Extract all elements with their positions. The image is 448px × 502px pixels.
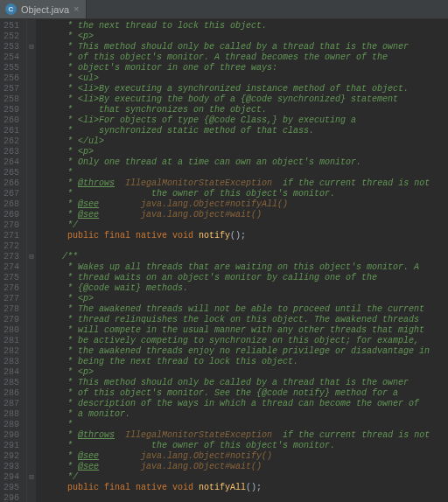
fold-marker <box>27 115 36 126</box>
code-line: * of this object's monitor. See the {@co… <box>41 388 448 399</box>
fold-marker <box>27 63 36 73</box>
line-number: 275 <box>4 273 19 283</box>
fold-marker <box>27 136 36 147</box>
code-line: * of this object's monitor. A thread bec… <box>41 52 448 63</box>
code-line: * <box>41 168 448 178</box>
line-number: 265 <box>4 168 19 178</box>
code-line: * </ul> <box>41 136 448 147</box>
code-line: * being the next thread to lock this obj… <box>41 357 448 367</box>
close-icon[interactable]: × <box>74 4 79 14</box>
line-number: 277 <box>4 294 19 304</box>
fold-marker[interactable]: ⊟ <box>27 42 36 52</box>
fold-marker <box>27 315 36 325</box>
code-line: * Wakes up all threads that are waiting … <box>41 262 448 273</box>
code-line: * object's monitor in one of three ways: <box>41 63 448 73</box>
line-number: 258 <box>4 94 19 105</box>
fold-marker <box>27 21 36 31</box>
line-number: 288 <box>4 409 19 420</box>
fold-marker <box>27 430 36 441</box>
line-number: 261 <box>4 126 19 136</box>
fold-marker <box>27 273 36 283</box>
line-number: 286 <box>4 388 19 399</box>
fold-marker <box>27 388 36 399</box>
fold-marker <box>27 346 36 357</box>
code-line: * <li>By executing the body of a {@code … <box>41 94 448 105</box>
code-line: * a monitor. <box>41 409 448 420</box>
code-line: * the next thread to lock this object. <box>41 21 448 31</box>
class-file-icon: C <box>5 3 17 15</box>
code-line: * <li>By executing a synchronized instan… <box>41 84 448 94</box>
line-number: 282 <box>4 346 19 357</box>
line-number: 295 <box>4 483 19 493</box>
code-line: * thread waits on an object's monitor by… <box>41 273 448 283</box>
line-number: 291 <box>4 441 19 451</box>
code-line: * @throws IllegalMonitorStateException i… <box>41 178 448 189</box>
editor-tabbar: C Object.java × <box>0 0 448 19</box>
fold-column: ⊟⊟⊟ <box>27 19 36 502</box>
code-line: * the owner of this object's monitor. <box>41 441 448 451</box>
fold-marker <box>27 220 36 231</box>
code-line: * <box>41 420 448 430</box>
line-number: 293 <box>4 462 19 472</box>
line-number: 253 <box>4 42 19 52</box>
fold-marker <box>27 367 36 378</box>
fold-marker[interactable]: ⊟ <box>27 252 36 262</box>
line-number: 270 <box>4 220 19 231</box>
line-number: 263 <box>4 147 19 157</box>
fold-marker <box>27 441 36 451</box>
line-number: 287 <box>4 399 19 409</box>
code-line: * <li>For objects of type {@code Class,}… <box>41 115 448 126</box>
line-number: 255 <box>4 63 19 73</box>
fold-marker <box>27 168 36 178</box>
code-line: * <p> <box>41 294 448 304</box>
code-line: * {@code wait} methods. <box>41 283 448 294</box>
code-line: * the owner of this object's monitor. <box>41 189 448 199</box>
fold-marker <box>27 105 36 115</box>
line-number: 268 <box>4 199 19 210</box>
fold-marker <box>27 462 36 472</box>
fold-marker <box>27 325 36 336</box>
code-line: * <p> <box>41 147 448 157</box>
fold-marker <box>27 31 36 42</box>
code-line: * @see java.lang.Object#notifyAll() <box>41 199 448 210</box>
line-number: 294 <box>4 472 19 483</box>
line-number: 254 <box>4 52 19 63</box>
code-line: * @see java.lang.Object#wait() <box>41 210 448 220</box>
code-line <box>41 493 448 502</box>
fold-marker[interactable]: ⊟ <box>27 472 36 483</box>
fold-marker <box>27 189 36 199</box>
code-editor[interactable]: 2512522532542552562572582592602612622632… <box>0 19 448 502</box>
code-line: * that synchronizes on the object. <box>41 105 448 115</box>
code-line: * thread relinquishes the lock on this o… <box>41 315 448 325</box>
code-line: * <ul> <box>41 73 448 84</box>
code-line <box>41 241 448 252</box>
fold-marker <box>27 399 36 409</box>
fold-marker <box>27 199 36 210</box>
code-line: * This method should only be called by a… <box>41 378 448 388</box>
line-number: 262 <box>4 136 19 147</box>
line-number: 272 <box>4 241 19 252</box>
fold-marker <box>27 294 36 304</box>
line-number: 290 <box>4 430 19 441</box>
code-line: * Only one thread at a time can own an o… <box>41 157 448 168</box>
code-line: * This method should only be called by a… <box>41 42 448 52</box>
line-number: 252 <box>4 31 19 42</box>
line-number-gutter: 2512522532542552562572582592602612622632… <box>0 19 27 502</box>
code-line: * <p> <box>41 31 448 42</box>
code-line: /** <box>41 252 448 262</box>
code-line: * The awakened threads will not be able … <box>41 304 448 315</box>
fold-marker <box>27 357 36 367</box>
code-line: */ <box>41 220 448 231</box>
line-number: 260 <box>4 115 19 126</box>
fold-marker <box>27 378 36 388</box>
code-line: * @throws IllegalMonitorStateException i… <box>41 430 448 441</box>
fold-marker <box>27 336 36 346</box>
line-number: 259 <box>4 105 19 115</box>
fold-marker <box>27 283 36 294</box>
code-area[interactable]: * the next thread to lock this object. *… <box>36 19 448 502</box>
code-line: */ <box>41 472 448 483</box>
file-tab[interactable]: C Object.java × <box>0 0 87 18</box>
fold-marker <box>27 157 36 168</box>
fold-marker <box>27 241 36 252</box>
line-number: 279 <box>4 315 19 325</box>
